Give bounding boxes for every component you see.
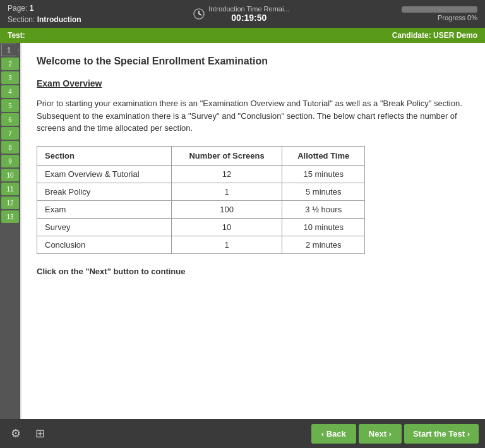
table-row: Survey 10 10 minutes [37, 218, 365, 236]
cell-screens: 100 [171, 200, 282, 218]
cell-section: Exam [37, 200, 172, 218]
sidebar-item-10[interactable]: 10 [1, 169, 19, 181]
cell-screens: 12 [171, 165, 282, 183]
progress-bar [402, 6, 477, 13]
sidebar-item-3[interactable]: 3 [1, 71, 19, 84]
col-screens: Number of Screens [171, 146, 282, 165]
col-time: Allotted Time [282, 146, 365, 165]
sidebar-item-4[interactable]: 4 [1, 85, 19, 98]
top-header: Page: 1 Section: Introduction Introducti… [0, 0, 485, 28]
timer-title: Introduction Time Remai... [208, 5, 289, 13]
sidebar-item-1[interactable]: 1 [1, 44, 19, 56]
col-section: Section [37, 146, 172, 165]
page-label: Page: [8, 4, 27, 13]
timer-area: Introduction Time Remai... 00:19:50 [193, 5, 289, 23]
test-label: Test: [8, 31, 25, 40]
sidebar-item-6[interactable]: 6 [1, 113, 19, 126]
timer-value: 00:19:50 [208, 13, 289, 23]
sidebar-item-2[interactable]: 2 [1, 58, 19, 70]
cell-time: 10 minutes [282, 218, 365, 236]
progress-area: Progress 0% [402, 6, 477, 21]
cell-screens: 1 [171, 236, 282, 253]
clock-icon [193, 8, 205, 20]
section-heading: Exam Overview [37, 78, 470, 88]
cell-time: 5 minutes [282, 183, 365, 200]
page-title: Welcome to the Special Enrollment Examin… [37, 56, 470, 67]
settings-icon: ⚙ [11, 427, 21, 440]
bottom-left-icons: ⚙ ⊞ [6, 424, 49, 443]
table-row: Exam Overview & Tutorial 12 15 minutes [37, 165, 365, 183]
table-row: Exam 100 3 ½ hours [37, 200, 365, 218]
back-button[interactable]: ‹ Back [311, 424, 356, 444]
sidebar-item-12[interactable]: 12 [1, 197, 19, 209]
sidebar-item-7[interactable]: 7 [1, 127, 19, 140]
section-value: Introduction [37, 15, 81, 24]
cell-screens: 10 [171, 218, 282, 236]
cell-time: 3 ½ hours [282, 200, 365, 218]
bottom-nav-buttons: ‹ Back Next › Start the Test › [311, 424, 479, 444]
sidebar-item-5[interactable]: 5 [1, 99, 19, 112]
sidebar: 1 2 3 4 5 6 7 8 9 10 11 12 13 [0, 43, 20, 419]
grid-icon: ⊞ [35, 427, 45, 440]
cell-section: Survey [37, 218, 172, 236]
start-test-button[interactable]: Start the Test › [404, 424, 479, 444]
next-button[interactable]: Next › [359, 424, 402, 444]
cell-time: 2 minutes [282, 236, 365, 253]
grid-button[interactable]: ⊞ [30, 424, 49, 443]
bottom-bar: ⚙ ⊞ ‹ Back Next › Start the Test › [0, 419, 485, 448]
cell-screens: 1 [171, 183, 282, 200]
exam-table: Section Number of Screens Allotted Time … [37, 146, 365, 254]
sidebar-item-9[interactable]: 9 [1, 155, 19, 167]
progress-label: Progress 0% [402, 14, 477, 21]
section-label: Section: [8, 15, 35, 24]
cell-section: Break Policy [37, 183, 172, 200]
table-row: Conclusion 1 2 minutes [37, 236, 365, 253]
page-value: 1 [30, 4, 34, 13]
table-row: Break Policy 1 5 minutes [37, 183, 365, 200]
description-text: Prior to starting your examination there… [37, 97, 470, 135]
page-section-info: Page: 1 Section: Introduction [8, 3, 81, 25]
settings-button[interactable]: ⚙ [6, 424, 25, 443]
click-note: Click on the "Next" button to continue [37, 267, 470, 276]
content-area: Welcome to the Special Enrollment Examin… [20, 43, 485, 419]
main-layout: 1 2 3 4 5 6 7 8 9 10 11 12 13 Welcome to… [0, 43, 485, 419]
cell-section: Exam Overview & Tutorial [37, 165, 172, 183]
test-bar: Test: Candidate: USER Demo [0, 28, 485, 43]
sidebar-item-11[interactable]: 11 [1, 183, 19, 195]
sidebar-item-8[interactable]: 8 [1, 141, 19, 154]
svg-line-2 [199, 14, 201, 15]
candidate-label: Candidate: [392, 31, 431, 40]
candidate-name: USER Demo [433, 31, 477, 40]
cell-section: Conclusion [37, 236, 172, 253]
cell-time: 15 minutes [282, 165, 365, 183]
sidebar-item-13[interactable]: 13 [1, 210, 19, 223]
candidate-info: Candidate: USER Demo [392, 31, 477, 40]
